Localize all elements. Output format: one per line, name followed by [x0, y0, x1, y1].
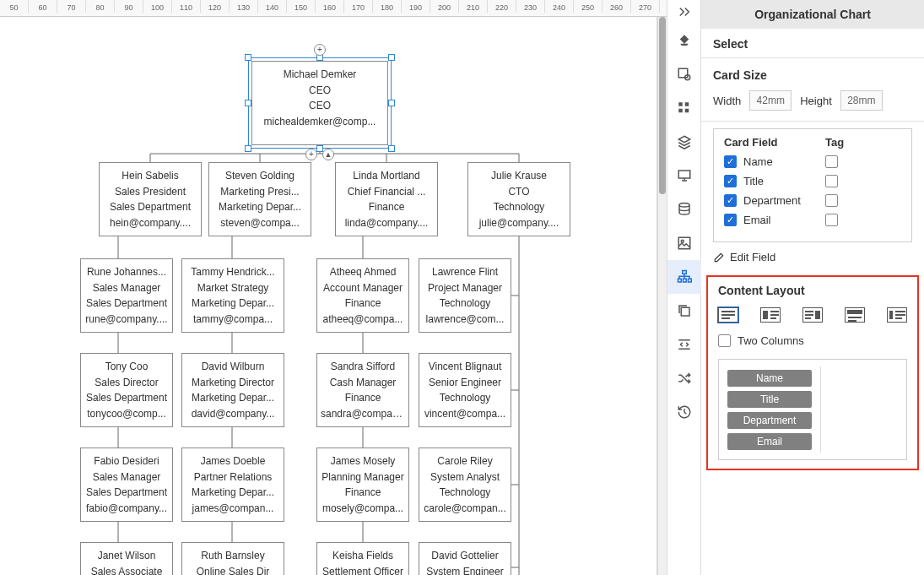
org-node[interactable]: Rune Johannes...Sales ManagerSales Depar…: [80, 258, 173, 333]
add-child-handle[interactable]: +: [305, 149, 317, 160]
edit-field-button[interactable]: Edit Field: [701, 251, 924, 272]
vertical-scrollbar[interactable]: [658, 17, 667, 575]
node-email: hein@company....: [103, 215, 197, 231]
preview-chip[interactable]: Title: [727, 391, 812, 408]
node-email: vincent@compa...: [423, 406, 507, 422]
selection-handle[interactable]: [245, 100, 251, 106]
layout-option-1[interactable]: [718, 307, 738, 323]
add-parent-handle[interactable]: +: [314, 44, 326, 56]
org-node[interactable]: Atheeq AhmedAccount ManagerFinanceatheeq…: [316, 258, 409, 333]
org-node[interactable]: Tony CooSales DirectorSales Departmentto…: [80, 353, 173, 427]
node-title: Sales President: [103, 184, 197, 200]
layout-option-3[interactable]: [802, 307, 823, 323]
cardfield-header: Card Field: [724, 136, 825, 149]
org-node[interactable]: Sandra SiffordCash ManagerFinancesandra@…: [316, 353, 409, 427]
org-node[interactable]: Ruth BarnsleyOnline Sales Dir: [181, 542, 284, 575]
node-name: Julie Krause: [472, 168, 566, 184]
svg-rect-40: [681, 307, 689, 316]
org-node[interactable]: Steven GoldingMarketing Presi...Marketin…: [208, 162, 311, 236]
node-dept: Finance: [321, 296, 405, 312]
expand-panel-icon[interactable]: [667, 0, 701, 24]
org-node[interactable]: Carole RileySystem AnalystTechnologycaro…: [419, 448, 511, 522]
node-email: fabio@company...: [84, 501, 169, 517]
org-node[interactable]: Keisha FieldsSettlement Officer: [316, 542, 409, 575]
shuffle-icon[interactable]: [667, 361, 701, 395]
org-node[interactable]: James DoeblePartner RelationsMarketing D…: [181, 448, 284, 522]
canvas[interactable]: Michael DemkerCEOCEOmichealdemker@comp..…: [0, 17, 658, 575]
node-name: Vincent Blignaut: [423, 359, 507, 375]
preview-chip[interactable]: Name: [727, 370, 812, 387]
org-node[interactable]: Tammy Hendrick...Market StrategyMarketin…: [181, 258, 284, 333]
field-label: Title: [743, 175, 764, 187]
node-name: James Mosely: [321, 453, 405, 469]
field-row: Title: [724, 175, 901, 187]
org-node[interactable]: Linda MortlandChief Financial ...Finance…: [335, 162, 438, 236]
node-title: Online Sales Dir: [186, 564, 280, 575]
node-name: Sandra Sifford: [321, 359, 405, 375]
field-checkbox[interactable]: [724, 155, 737, 168]
field-checkbox[interactable]: [724, 194, 737, 207]
layers-icon[interactable]: [667, 125, 701, 159]
scrollbar-thumb[interactable]: [659, 17, 666, 194]
org-node[interactable]: David GottelierSystem Engineer: [419, 542, 511, 575]
node-title: CEO: [256, 83, 384, 99]
org-node[interactable]: Janet WilsonSales Associate: [80, 542, 173, 575]
svg-rect-37: [678, 279, 681, 282]
svg-rect-30: [678, 109, 683, 113]
node-email: tammy@compa...: [186, 312, 280, 328]
node-name: Tammy Hendrick...: [186, 264, 280, 280]
layout-option-5[interactable]: [887, 307, 907, 323]
layout-option-2[interactable]: [760, 307, 781, 323]
database-icon[interactable]: [667, 193, 701, 226]
settings-icon[interactable]: [667, 57, 701, 91]
selection-handle[interactable]: [388, 100, 395, 106]
selection-handle[interactable]: [388, 145, 395, 152]
tag-checkbox[interactable]: [825, 175, 838, 187]
node-email: michealdemker@comp...: [256, 114, 384, 130]
org-node[interactable]: Fabio DesideriSales ManagerSales Departm…: [80, 448, 173, 522]
preview-chip[interactable]: Department: [727, 412, 812, 429]
node-dept: CEO: [256, 98, 384, 114]
grid-icon[interactable]: [667, 91, 701, 125]
node-email: julie@company....: [472, 215, 566, 231]
height-input[interactable]: [840, 90, 883, 111]
selection-handle[interactable]: [245, 145, 251, 152]
two-columns-checkbox[interactable]: [718, 334, 731, 347]
presentation-icon[interactable]: [667, 159, 701, 193]
fill-icon[interactable]: [667, 24, 701, 57]
field-checkbox[interactable]: [724, 175, 737, 187]
collapse-handle[interactable]: ▲: [322, 149, 334, 160]
svg-rect-38: [683, 279, 686, 282]
image-icon[interactable]: [667, 226, 701, 260]
tag-checkbox[interactable]: [825, 214, 838, 226]
selection-handle[interactable]: [388, 54, 395, 61]
horizontal-ruler: 5060708090100110120130140150160170180190…: [0, 0, 667, 17]
tag-checkbox[interactable]: [825, 194, 838, 207]
node-name: Carole Riley: [423, 453, 507, 469]
layout-option-4[interactable]: [845, 307, 865, 323]
copy-icon[interactable]: [667, 294, 701, 328]
org-chart-icon[interactable]: [667, 260, 701, 294]
org-node[interactable]: Vincent BlignautSenior EngineerTechnolog…: [419, 353, 511, 427]
spacing-icon[interactable]: [667, 328, 701, 361]
org-node[interactable]: Julie KrauseCTOTechnologyjulie@company..…: [467, 162, 570, 236]
node-title: Planning Manager: [321, 469, 405, 485]
preview-chip[interactable]: Email: [727, 433, 812, 450]
org-node[interactable]: Lawrence FlintProject ManagerTechnologyl…: [419, 258, 511, 333]
width-input[interactable]: [749, 90, 792, 111]
history-icon[interactable]: [667, 395, 701, 429]
node-title: Cash Manager: [321, 375, 405, 391]
org-node[interactable]: David WilburnMarketing DirectorMarketing…: [181, 353, 284, 427]
node-dept: Sales Department: [84, 485, 169, 501]
node-email: linda@company....: [339, 215, 434, 231]
contentlayout-label: Content Layout: [708, 277, 917, 302]
field-checkbox[interactable]: [724, 214, 737, 226]
org-node[interactable]: Hein SabelisSales PresidentSales Departm…: [99, 162, 202, 236]
content-layout-section: Content Layout Two Columns NameTitleDepa…: [706, 275, 919, 470]
tag-checkbox[interactable]: [825, 155, 838, 168]
selection-handle[interactable]: [245, 54, 251, 61]
org-node[interactable]: Michael DemkerCEOCEOmichealdemker@comp..…: [251, 61, 388, 145]
org-node[interactable]: James MoselyPlanning ManagerFinancemosel…: [316, 448, 409, 522]
node-title: Senior Engineer: [423, 375, 507, 391]
node-email: tonycoo@comp...: [84, 406, 169, 422]
